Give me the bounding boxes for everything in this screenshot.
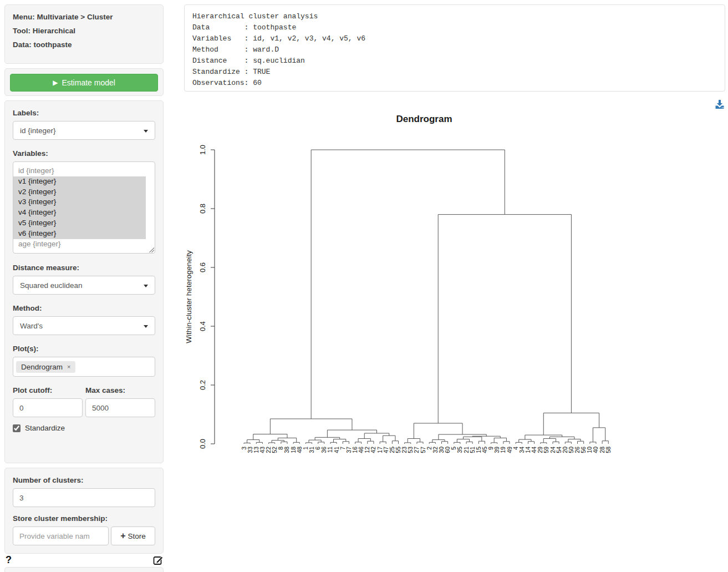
variables-label: Variables: bbox=[13, 149, 155, 158]
labels-label: Labels: bbox=[13, 109, 155, 117]
dendrogram-svg: Dendrogram0.00.20.40.60.81.0Within-clust… bbox=[183, 107, 728, 475]
next-panel-edge bbox=[4, 567, 164, 572]
number-of-clusters-input[interactable] bbox=[13, 488, 155, 507]
y-tick-label: 1.0 bbox=[198, 145, 207, 155]
number-of-clusters-label: Number of clusters: bbox=[13, 476, 155, 484]
caret-down-icon bbox=[144, 285, 148, 287]
resize-handle-icon[interactable] bbox=[149, 247, 154, 252]
store-button-label: Store bbox=[128, 532, 146, 540]
plot-cutoff-input[interactable] bbox=[13, 398, 83, 417]
controls-panel: Labels: id {integer} Variables: id {inte… bbox=[4, 100, 164, 463]
y-tick-label: 0.6 bbox=[198, 262, 207, 272]
plot-tag-label: Dendrogram bbox=[21, 363, 63, 371]
store-variable-input[interactable] bbox=[13, 527, 109, 545]
standardize-label: Standardize bbox=[25, 424, 65, 432]
caret-down-icon bbox=[144, 130, 148, 133]
plots-tag-input[interactable]: Dendrogram × bbox=[13, 357, 155, 377]
estimate-model-button[interactable]: ▶ Estimate model bbox=[10, 74, 158, 92]
play-icon: ▶ bbox=[53, 79, 58, 86]
variable-option[interactable]: v6 {integer} bbox=[13, 229, 146, 239]
remove-tag-icon[interactable]: × bbox=[67, 363, 70, 370]
method-select-value: Ward's bbox=[20, 322, 43, 330]
variable-option[interactable]: v1 {integer} bbox=[13, 176, 146, 187]
dataset-label: Data: toothpaste bbox=[13, 41, 155, 49]
y-axis-title: Within-cluster heterogeneity bbox=[185, 250, 193, 343]
variable-option[interactable]: v3 {integer} bbox=[13, 197, 146, 207]
variable-option[interactable]: id {integer} bbox=[13, 166, 154, 176]
distance-measure-select[interactable]: Squared euclidean bbox=[13, 276, 155, 295]
store-button[interactable]: + Store bbox=[111, 527, 155, 545]
plots-label: Plot(s): bbox=[13, 345, 155, 353]
method-select[interactable]: Ward's bbox=[13, 316, 155, 335]
tool-label: Tool: Hierarchical bbox=[13, 27, 155, 35]
clusters-panel: Number of clusters: Store cluster member… bbox=[4, 468, 164, 554]
dendrogram-plot: Dendrogram0.00.20.40.60.81.0Within-clust… bbox=[183, 107, 728, 475]
dendrogram-lines bbox=[244, 150, 608, 444]
estimate-panel: ▶ Estimate model bbox=[4, 68, 164, 96]
estimate-model-label: Estimate model bbox=[62, 78, 115, 87]
plot-cutoff-label: Plot cutoff: bbox=[13, 386, 83, 394]
store-membership-label: Store cluster membership: bbox=[13, 514, 155, 523]
y-tick-label: 0.8 bbox=[198, 204, 207, 214]
plot-title: Dendrogram bbox=[396, 114, 452, 124]
variable-option[interactable]: v2 {integer} bbox=[13, 187, 146, 198]
method-label: Method: bbox=[13, 304, 155, 312]
variable-option[interactable]: v4 {integer} bbox=[13, 207, 146, 218]
variable-option[interactable]: age {integer} bbox=[13, 239, 154, 250]
labels-select-value: id {integer} bbox=[20, 126, 56, 135]
y-tick-label: 0.4 bbox=[198, 321, 207, 331]
leaf-label: 58 bbox=[605, 447, 612, 453]
summary-output-text: Hierarchical cluster analysis Data : too… bbox=[192, 11, 717, 89]
distance-measure-label: Distance measure: bbox=[13, 264, 155, 272]
edit-report-icon[interactable] bbox=[153, 555, 164, 565]
menu-breadcrumb: Menu: Multivariate > Cluster bbox=[13, 13, 155, 21]
variables-multiselect[interactable]: id {integer}v1 {integer}v2 {integer}v3 {… bbox=[13, 161, 155, 254]
help-icon[interactable]: ? bbox=[6, 554, 12, 566]
y-tick-label: 0.0 bbox=[198, 439, 207, 449]
plus-icon: + bbox=[120, 531, 125, 540]
max-cases-label: Max cases: bbox=[85, 386, 155, 394]
caret-down-icon bbox=[144, 325, 148, 328]
distance-measure-value: Squared euclidean bbox=[20, 281, 83, 290]
standardize-checkbox[interactable] bbox=[13, 424, 21, 432]
plot-tag-dendrogram[interactable]: Dendrogram × bbox=[16, 361, 75, 373]
y-tick-label: 0.2 bbox=[198, 380, 207, 390]
max-cases-input[interactable] bbox=[85, 398, 155, 417]
labels-select[interactable]: id {integer} bbox=[13, 121, 155, 140]
variable-option[interactable]: v5 {integer} bbox=[13, 218, 146, 229]
summary-output-panel: Hierarchical cluster analysis Data : too… bbox=[184, 4, 725, 92]
model-summary-panel: Menu: Multivariate > Cluster Tool: Hiera… bbox=[4, 4, 164, 64]
